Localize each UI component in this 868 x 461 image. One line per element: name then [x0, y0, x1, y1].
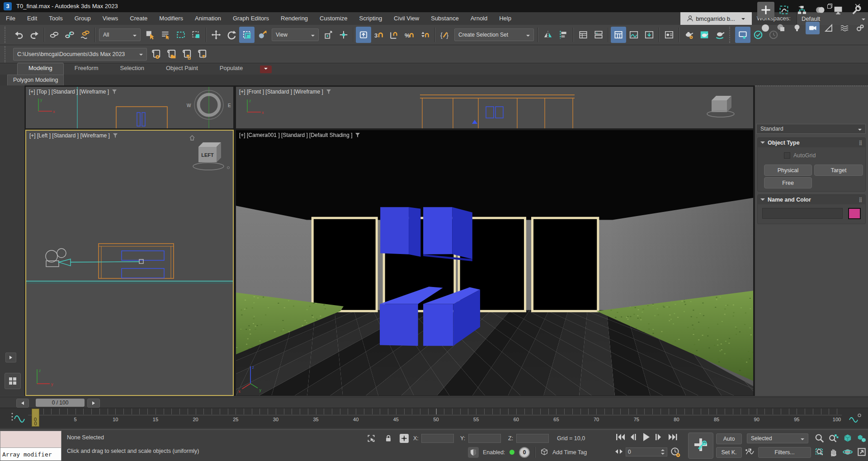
next-frame-key-button[interactable] — [655, 433, 663, 441]
go-to-start-button[interactable] — [616, 433, 626, 441]
add-time-tag[interactable]: Add Time Tag — [552, 449, 587, 456]
curve-editor-button[interactable] — [626, 27, 642, 43]
ribbon-tab-freeform[interactable]: Freeform — [64, 63, 109, 75]
listener-script-line[interactable]: Array modifier — [0, 448, 61, 461]
ribbon-tab-object-paint[interactable]: Object Paint — [155, 63, 209, 75]
viewport-top[interactable]: [+] [Top ] [Standard ] [Wireframe ] W E … — [25, 86, 234, 129]
menu-item-modifiers[interactable]: Modifiers — [153, 12, 189, 25]
play-button[interactable] — [642, 433, 651, 442]
zoom-extents-all-button[interactable] — [856, 433, 868, 444]
script-hierarchy-button[interactable] — [195, 46, 210, 62]
menu-item-rendering[interactable]: Rendering — [275, 12, 314, 25]
free-camera-button[interactable]: Free — [764, 177, 812, 188]
left-viewcube[interactable]: LEFT — [190, 136, 230, 170]
select-link-button[interactable] — [47, 27, 62, 43]
viewport-top-label[interactable]: [+] [Top ] [Standard ] [Wireframe ] — [29, 89, 109, 95]
undo-button[interactable] — [11, 27, 27, 43]
category-shapes[interactable] — [774, 22, 788, 34]
orbit-button[interactable] — [842, 446, 854, 458]
select-object-button[interactable] — [142, 27, 158, 43]
key-filters-button[interactable]: Filters... — [758, 447, 811, 458]
unlink-selection-button[interactable] — [62, 27, 77, 43]
tab-hierarchy[interactable] — [793, 2, 811, 18]
filter-funnel-icon[interactable] — [113, 133, 118, 138]
category-lights[interactable] — [790, 22, 804, 34]
scene-explorer-button[interactable] — [591, 27, 606, 43]
key-filters-icon[interactable] — [745, 448, 755, 456]
select-and-scale-button[interactable] — [239, 27, 255, 43]
toolbar-drag-handle[interactable] — [5, 46, 9, 62]
tab-display[interactable] — [830, 2, 847, 18]
mini-curve-editor-button[interactable] — [10, 411, 25, 424]
viewport-layout-tabs-button[interactable] — [5, 373, 21, 389]
previous-frame-button[interactable] — [16, 399, 29, 408]
render-in-cloud-button[interactable] — [735, 27, 750, 43]
viewport-left-label[interactable]: [+] [Left ] [Standard ] [Wireframe ] — [29, 132, 110, 139]
angle-snap-toggle[interactable] — [387, 27, 402, 43]
time-slider-handle[interactable]: 0 / 100 — [36, 399, 85, 407]
use-pivot-point-center-button[interactable] — [321, 27, 336, 43]
percent-snap-toggle[interactable]: % — [402, 27, 417, 43]
frame-number-spinner[interactable]: 0 — [626, 447, 667, 456]
maxscript-mini-listener[interactable]: Array modifier — [0, 431, 61, 461]
toolbar-drag-handle[interactable] — [729, 27, 733, 43]
ribbon-tab-selection[interactable]: Selection — [109, 63, 155, 75]
listener-macro-line[interactable] — [0, 431, 61, 448]
name-color-header[interactable]: Name and Color ⣿ — [758, 195, 865, 204]
absolute-mode-toggle[interactable] — [400, 434, 409, 443]
selection-lock-toggle[interactable] — [383, 433, 393, 443]
go-to-end-button[interactable] — [668, 433, 678, 441]
pan-button[interactable] — [828, 446, 840, 458]
select-and-rotate-button[interactable] — [224, 27, 239, 43]
ribbon-config-dropdown[interactable] — [260, 66, 272, 73]
render-button[interactable] — [712, 27, 727, 43]
mirror-button[interactable] — [540, 27, 556, 43]
window-crossing-toggle[interactable] — [189, 27, 204, 43]
open-script-folder-button[interactable] — [164, 46, 179, 62]
layer-manager-button[interactable] — [576, 27, 591, 43]
menu-item-group[interactable]: Group — [69, 12, 97, 25]
workspace-settings-button[interactable] — [149, 46, 164, 62]
menu-item-customize[interactable]: Customize — [314, 12, 353, 25]
physical-camera-button[interactable]: Physical — [764, 165, 812, 176]
set-keys-button[interactable] — [688, 433, 713, 459]
bind-to-space-warp-button[interactable] — [77, 27, 93, 43]
menu-item-arnold[interactable]: Arnold — [465, 12, 494, 25]
select-and-place-button[interactable] — [255, 27, 270, 43]
ribbon-tab-modeling[interactable]: Modeling — [17, 63, 64, 75]
keyboard-override-toggle[interactable] — [356, 27, 371, 43]
set-key-button[interactable]: Set K. — [716, 447, 742, 458]
zoom-button[interactable] — [814, 433, 826, 444]
material-editor-button[interactable] — [661, 27, 677, 43]
render-setup-button[interactable] — [681, 27, 697, 43]
project-folder-dropdown[interactable]: C:\Users\bmcga\Documents\3ds Max 2023 — [13, 48, 147, 61]
filter-funnel-icon[interactable] — [326, 89, 331, 94]
object-type-header[interactable]: Object Type ⣿ — [758, 138, 865, 147]
tab-modify[interactable] — [775, 2, 793, 18]
select-and-move-button[interactable] — [208, 27, 224, 43]
isolate-zero-button[interactable]: 0 — [519, 447, 530, 458]
selection-filter-dropdown[interactable]: All — [99, 28, 141, 41]
snaps-toggle-button[interactable]: 3 — [371, 27, 387, 43]
rectangular-selection-region-button[interactable] — [173, 27, 189, 43]
toolbar-drag-handle[interactable] — [5, 27, 9, 43]
z-coordinate-input[interactable] — [516, 434, 549, 443]
menu-item-graph-editors[interactable]: Graph Editors — [227, 12, 275, 25]
category-space-warps[interactable] — [837, 22, 851, 34]
key-mode-toggle[interactable] — [615, 449, 623, 454]
menu-item-file[interactable]: File — [0, 12, 21, 25]
object-category-dropdown[interactable]: Standard — [756, 124, 866, 134]
maximize-viewport-toggle[interactable] — [856, 446, 868, 458]
filter-funnel-icon[interactable] — [112, 89, 117, 94]
object-color-swatch[interactable] — [848, 208, 861, 219]
menu-item-edit[interactable]: Edit — [21, 12, 43, 25]
zoom-region-button[interactable] — [814, 446, 826, 458]
script-structure-button[interactable] — [179, 46, 195, 62]
rendered-frame-window-button[interactable] — [697, 27, 712, 43]
category-geometry[interactable] — [758, 22, 772, 34]
auto-key-button[interactable]: Auto — [716, 433, 742, 444]
panel-drag-handle[interactable] — [755, 85, 868, 88]
filter-funnel-icon[interactable] — [355, 132, 360, 138]
ribbon-tab-populate[interactable]: Populate — [209, 63, 254, 75]
category-cameras[interactable] — [806, 22, 820, 34]
